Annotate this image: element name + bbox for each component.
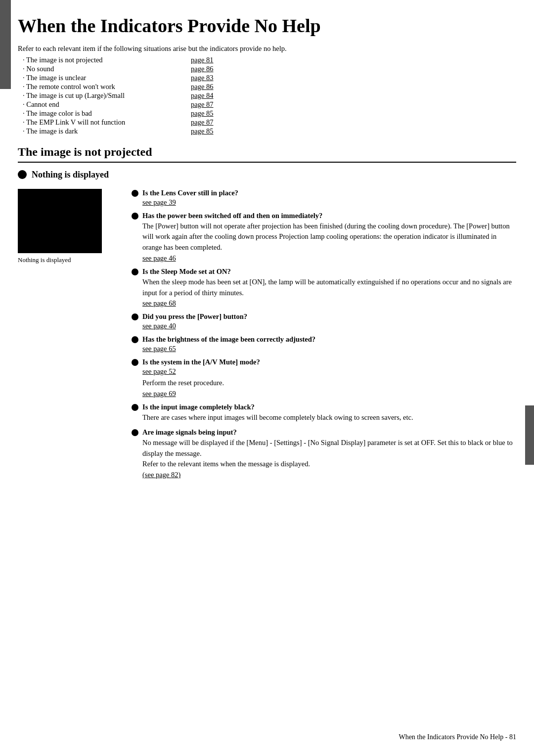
question-8-header: Are image signals being input? [132,428,516,437]
intro-text: Refer to each relevant item if the follo… [18,44,516,53]
two-column-layout: Nothing is displayed Is the Lens Cover s… [18,189,516,485]
toc-item-text-8: · The image is dark [23,127,191,135]
page-title: When the Indicators Provide No Help [18,15,516,38]
toc-item-6: · The image color is bad page 85 [23,109,516,118]
toc-item-4: · The image is cut up (Large)/Small page… [23,91,516,100]
question-6-text: Is the system in the [A/V Mute] mode? [142,358,260,366]
question-8-page-link[interactable]: (see page 82) [142,471,516,479]
toc-item-page-0[interactable]: page 81 [191,56,214,64]
question-4-text: Did you press the [Power] button? [142,312,247,321]
question-8-text: Are image signals being input? [142,428,237,437]
question-3-body: When the sleep mode has been set at [ON]… [142,277,516,299]
q-bullet-3 [132,268,138,275]
toc-item-page-8[interactable]: page 85 [191,127,214,135]
question-4: Did you press the [Power] button? see pa… [132,312,516,330]
toc-item-page-7[interactable]: page 87 [191,118,214,127]
question-2-page-link[interactable]: see page 46 [142,254,516,263]
toc-item-1: · No sound page 86 [23,65,516,73]
question-6: Is the system in the [A/V Mute] mode? se… [132,358,516,398]
left-sidebar-accent [0,0,11,89]
footer-text: When the Indicators Provide No Help - 81 [399,733,516,741]
toc-item-3: · The remote control won't work page 86 [23,83,516,91]
question-4-page-link[interactable]: see page 40 [142,322,516,330]
question-2-header: Has the power been switched off and then… [132,212,516,220]
q-bullet-1 [132,190,138,197]
question-7: Is the input image completely black? The… [132,403,516,423]
subsection-title: Nothing is displayed [18,170,516,180]
question-1: Is the Lens Cover still in place? see pa… [132,189,516,207]
toc-item-7: · The EMP Link V will not function page … [23,118,516,127]
question-1-page-link[interactable]: see page 39 [142,198,516,207]
toc-item-0: · The image is not projected page 81 [23,56,516,64]
question-7-text: Is the input image completely black? [142,403,255,411]
question-1-text: Is the Lens Cover still in place? [142,189,238,197]
question-3-text: Is the Sleep Mode set at ON? [142,267,231,276]
question-7-header: Is the input image completely black? [132,403,516,411]
section-title: The image is not projected [18,145,516,163]
q-bullet-7 [132,404,138,411]
toc-item-page-3[interactable]: page 86 [191,83,214,91]
toc-item-page-6[interactable]: page 85 [191,109,214,118]
image-caption: Nothing is displayed [18,256,117,264]
q-bullet-2 [132,213,138,220]
question-5: Has the brightness of the image been cor… [132,335,516,353]
left-column: Nothing is displayed [18,189,117,485]
question-2: Has the power been switched off and then… [132,212,516,263]
question-1-header: Is the Lens Cover still in place? [132,189,516,197]
question-6-page-link-1[interactable]: see page 52 [142,367,516,376]
page-container: When the Indicators Provide No Help Refe… [0,0,534,756]
question-6-page-link-2[interactable]: see page 69 [142,390,516,398]
question-3: Is the Sleep Mode set at ON? When the sl… [132,267,516,308]
toc-item-text-5: · Cannot end [23,100,191,109]
right-column: Is the Lens Cover still in place? see pa… [132,189,516,485]
question-7-body: There are cases where input images will … [142,412,516,423]
right-sidebar-accent [525,405,534,465]
toc-list: · The image is not projected page 81 · N… [23,56,516,135]
toc-item-text-7: · The EMP Link V will not function [23,118,191,127]
question-6-body: Perform the reset procedure. [142,378,516,389]
question-2-text: Has the power been switched off and then… [142,212,322,220]
question-5-page-link[interactable]: see page 65 [142,345,516,353]
toc-item-text-6: · The image color is bad [23,109,191,118]
question-5-header: Has the brightness of the image been cor… [132,335,516,344]
q-bullet-8 [132,429,138,436]
subsection-title-text: Nothing is displayed [32,170,109,180]
toc-item-page-5[interactable]: page 87 [191,100,214,109]
q-bullet-6 [132,359,138,366]
toc-item-page-1[interactable]: page 86 [191,65,214,73]
black-screen-image [18,189,102,253]
toc-item-text-2: · The image is unclear [23,74,191,82]
question-3-header: Is the Sleep Mode set at ON? [132,267,516,276]
question-3-page-link[interactable]: see page 68 [142,299,516,308]
toc-item-text-4: · The image is cut up (Large)/Small [23,91,191,100]
q-bullet-5 [132,336,138,343]
toc-item-5: · Cannot end page 87 [23,100,516,109]
toc-item-page-4[interactable]: page 84 [191,91,214,100]
toc-item-2: · The image is unclear page 83 [23,74,516,82]
question-6-header: Is the system in the [A/V Mute] mode? [132,358,516,366]
toc-item-text-0: · The image is not projected [23,56,191,64]
toc-item-text-1: · No sound [23,65,191,73]
question-8: Are image signals being input? No messag… [132,428,516,479]
page-footer: When the Indicators Provide No Help - 81 [399,733,516,741]
question-5-text: Has the brightness of the image been cor… [142,335,315,344]
question-8-body: No message will be displayed if the [Men… [142,438,516,470]
toc-item-page-2[interactable]: page 83 [191,74,214,82]
main-content: When the Indicators Provide No Help Refe… [18,0,516,484]
toc-item-text-3: · The remote control won't work [23,83,191,91]
q-bullet-4 [132,313,138,320]
toc-item-8: · The image is dark page 85 [23,127,516,135]
question-2-body: The [Power] button will not operate afte… [142,221,516,253]
bullet-circle-icon [18,170,27,179]
question-4-header: Did you press the [Power] button? [132,312,516,321]
